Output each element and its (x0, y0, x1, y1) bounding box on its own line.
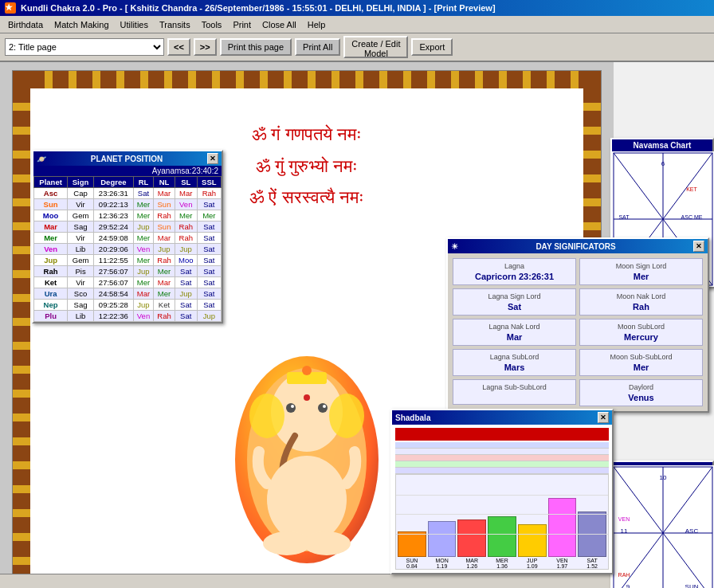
shadbala-bar-col: MER1.36 (488, 475, 516, 569)
menu-print[interactable]: Print (228, 18, 256, 31)
svg-point-3 (329, 394, 364, 438)
planet-cell: Mer (34, 233, 68, 244)
planet-cell: Rah (34, 266, 68, 277)
shadbala-bar-col: MAR1.26 (457, 475, 486, 569)
planet-cell: Mar (133, 288, 153, 300)
planet-cell: Sag (68, 300, 94, 311)
lagna-nak-lord-item: Lagna Nak Lord Mar (453, 319, 576, 346)
col-ssl: SSL (197, 177, 221, 188)
planet-window-title: 🪐 PLANET POSITION ✕ (33, 151, 222, 166)
moon-sublord-item: Moon SubLord Mercury (579, 319, 703, 346)
planet-cell: Rah (154, 311, 175, 322)
svg-text:10: 10 (660, 474, 667, 481)
planet-cell: Mer (154, 288, 175, 300)
planet-window-close[interactable]: ✕ (207, 153, 218, 164)
planet-cell: Jup (197, 311, 221, 322)
col-sl: SL (175, 177, 197, 188)
svg-text:9: 9 (626, 583, 630, 588)
planet-cell: Ket (34, 277, 68, 288)
planet-cell: Ket (154, 300, 175, 311)
planet-cell: Vir (68, 277, 94, 288)
planet-cell: Sat (133, 188, 153, 199)
planet-cell: Sat (197, 266, 221, 277)
lagna-item: Lagna Capricorn 23:26:31 (453, 258, 576, 285)
shadbala-bar-value: 1.09 (527, 563, 538, 569)
svg-text:SUN: SUN (685, 583, 699, 588)
shadbala-bar (398, 531, 426, 557)
planet-cell: Ven (34, 244, 68, 255)
day-sig-title-icon: ☀ (451, 242, 458, 251)
shadbala-close[interactable]: ✕ (598, 412, 609, 423)
planet-cell: Ven (133, 311, 153, 322)
planet-cell: Gem (68, 210, 94, 221)
menu-utilities[interactable]: Utilities (116, 18, 153, 31)
svg-text:ASC ME: ASC ME (681, 214, 703, 220)
shadbala-header-bar (395, 428, 609, 441)
planet-cell: Rah (154, 210, 175, 221)
shadbala-bar-label: MAR (466, 558, 479, 563)
app-icon: ★ (5, 2, 16, 14)
planet-cell: Mer (133, 210, 153, 221)
shadbala-bar-col: JUP1.09 (518, 475, 547, 569)
svg-text:KET: KET (686, 186, 697, 192)
day-sig-close[interactable]: ✕ (693, 241, 704, 252)
svg-point-10 (302, 366, 312, 375)
create-model-button[interactable]: Create / Edit Model (343, 36, 408, 58)
planet-cell: Mar (175, 188, 197, 199)
print-this-button[interactable]: Print this page (220, 38, 292, 56)
svg-point-4 (286, 403, 296, 413)
menu-matchmaking[interactable]: Match Making (49, 18, 113, 31)
export-button[interactable]: Export (411, 38, 453, 56)
planet-cell: Sag (68, 221, 94, 233)
page-select[interactable]: 2: Title page (5, 38, 164, 56)
shadbala-bar (548, 498, 577, 557)
planet-cell: Sat (175, 277, 197, 288)
planet-cell: Sat (197, 277, 221, 288)
shadbala-bar-col: SUN0.84 (398, 475, 426, 569)
planet-cell: 27:56:07 (93, 266, 133, 277)
shadbala-title: Shadbala ✕ (392, 410, 612, 425)
menu-birthdata[interactable]: Birthdata (3, 18, 48, 31)
menu-transits[interactable]: Transits (155, 18, 195, 31)
menu-bar: Birthdata Match Making Utilities Transit… (0, 16, 714, 33)
col-rl: RL (133, 177, 153, 188)
deco-border-top (13, 71, 601, 88)
planet-cell: 29:52:24 (93, 221, 133, 233)
planet-cell: Sat (197, 255, 221, 266)
toolbar: 2: Title page << >> Print this page Prin… (0, 33, 714, 62)
shadbala-bar-label: SUN (406, 558, 418, 563)
svg-point-7 (323, 405, 326, 408)
menu-tools[interactable]: Tools (197, 18, 227, 31)
planet-cell: 09:22:13 (93, 199, 133, 210)
print-all-button[interactable]: Print All (295, 38, 340, 56)
planet-cell: 09:25:28 (93, 300, 133, 311)
planet-cell: Jup (154, 244, 175, 255)
planet-cell: Nep (34, 300, 68, 311)
next-button[interactable]: >> (194, 38, 217, 56)
planet-cell: 24:59:08 (93, 233, 133, 244)
planet-cell: 24:58:54 (93, 288, 133, 300)
planet-cell: Ura (34, 288, 68, 300)
shadbala-bar-value: 1.52 (586, 563, 598, 569)
navamsa-title: Navamsa Chart (612, 139, 712, 151)
svg-text:ASC: ASC (685, 527, 699, 535)
planet-cell: Sat (175, 300, 197, 311)
planet-cell: Sat (175, 266, 197, 277)
day-sig-content: Lagna Capricorn 23:26:31 Lagna Sign Lord… (448, 253, 708, 411)
menu-help[interactable]: Help (303, 18, 331, 31)
planet-cell: Sun (154, 199, 175, 210)
menu-closeall[interactable]: Close All (257, 18, 301, 31)
planet-cell: Jup (34, 255, 68, 266)
shadbala-bar-col: MON1.19 (428, 475, 457, 569)
shadbala-bar (428, 521, 457, 557)
prev-button[interactable]: << (167, 38, 190, 56)
shadbala-bar-label: SAT (587, 558, 598, 563)
planet-cell: Mar (154, 233, 175, 244)
svg-point-12 (303, 531, 351, 555)
planet-cell: Jup (133, 300, 153, 311)
moon-sign-lord-item: Moon Sign Lord Mer (579, 258, 703, 285)
planet-cell: Pis (68, 266, 94, 277)
svg-point-13 (304, 394, 310, 401)
planet-cell: 11:22:55 (93, 255, 133, 266)
planet-cell: Ven (133, 244, 153, 255)
